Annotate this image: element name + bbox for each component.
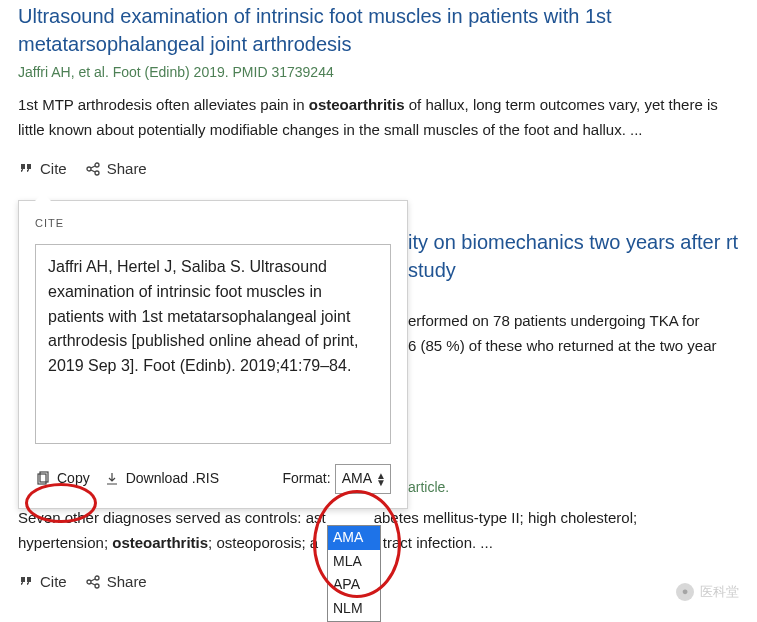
share-icon <box>85 573 101 589</box>
popup-title: CITE <box>35 215 391 232</box>
sort-arrows-icon: ▲▼ <box>376 472 386 486</box>
wechat-icon: ● <box>676 583 694 601</box>
format-option[interactable]: MLA <box>328 550 380 574</box>
svg-point-8 <box>95 576 99 580</box>
article-actions: Cite Share <box>18 157 739 180</box>
svg-point-7 <box>87 580 91 584</box>
article-title-link[interactable]: Ultrasound examination of intrinsic foot… <box>18 2 739 58</box>
format-option[interactable]: NLM <box>328 597 380 621</box>
download-icon <box>104 471 120 487</box>
search-result: Ultrasound examination of intrinsic foot… <box>18 2 739 180</box>
share-icon <box>85 160 101 176</box>
svg-point-9 <box>95 584 99 588</box>
share-button[interactable]: Share <box>85 570 147 593</box>
svg-line-11 <box>91 583 95 585</box>
download-ris-button[interactable]: Download .RIS <box>104 468 219 490</box>
format-option[interactable]: AMA <box>328 526 380 550</box>
svg-line-3 <box>91 166 95 168</box>
article-citation: Jaffri AH, et al. Foot (Edinb) 2019. PMI… <box>18 62 739 84</box>
quote-icon <box>18 573 34 589</box>
svg-point-1 <box>95 163 99 167</box>
quote-icon <box>18 160 34 176</box>
watermark: ● 医科堂 <box>676 582 739 602</box>
citation-textarea[interactable] <box>35 244 391 444</box>
svg-point-2 <box>95 171 99 175</box>
format-option[interactable]: APA <box>328 573 380 597</box>
svg-line-4 <box>91 170 95 172</box>
copy-icon <box>35 471 51 487</box>
cite-button[interactable]: Cite <box>18 157 67 180</box>
cite-popup: CITE Copy Download .RIS Format: AMA ▲▼ <box>18 200 408 509</box>
svg-point-0 <box>87 167 91 171</box>
svg-line-10 <box>91 579 95 581</box>
format-control: Format: AMA ▲▼ <box>282 464 391 494</box>
popup-actions: Copy Download .RIS Format: AMA ▲▼ <box>35 464 391 494</box>
format-select[interactable]: AMA ▲▼ <box>335 464 391 494</box>
format-dropdown-list[interactable]: AMA MLA APA NLM <box>327 525 381 622</box>
format-label: Format: <box>282 468 330 490</box>
article-snippet: 1st MTP arthrodesis often alleviates pai… <box>18 92 739 143</box>
copy-button[interactable]: Copy <box>35 468 90 490</box>
share-button[interactable]: Share <box>85 157 147 180</box>
cite-button[interactable]: Cite <box>18 570 67 593</box>
